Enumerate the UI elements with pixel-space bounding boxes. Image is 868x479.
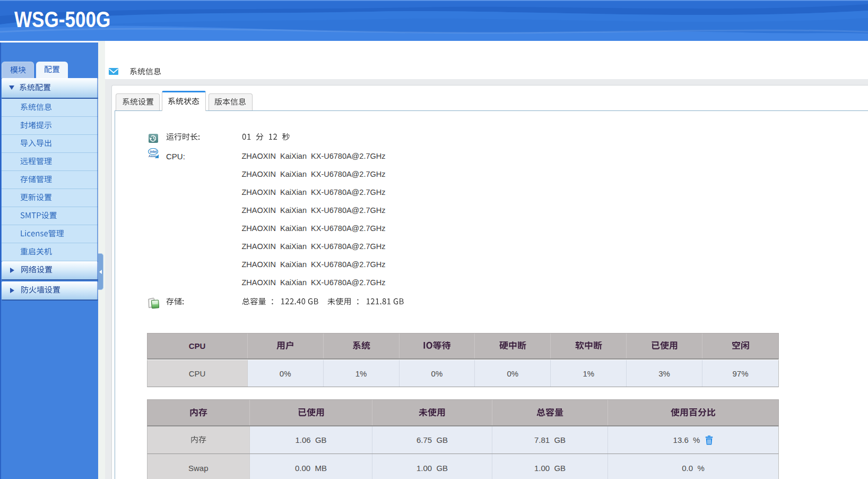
svg-text:intel: intel [150, 150, 157, 153]
